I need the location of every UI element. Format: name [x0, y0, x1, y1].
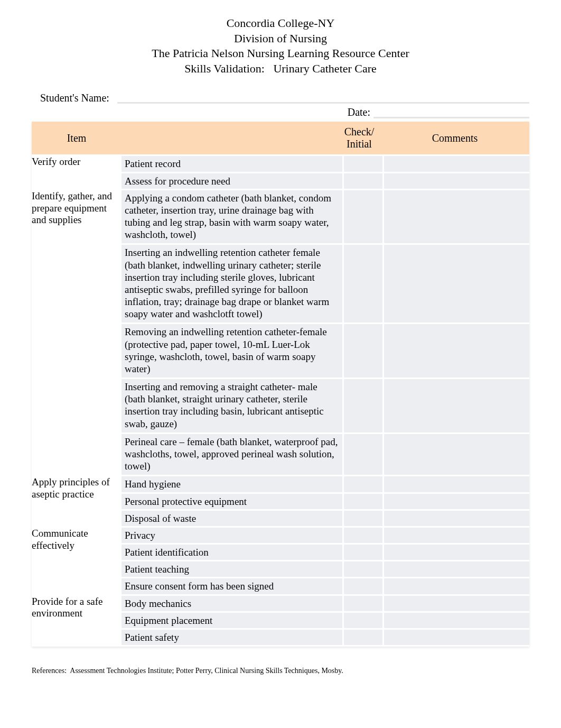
sub-row-text: Ensure consent form has been signed — [121, 578, 342, 595]
sub-row-text: Inserting an indwelling retention cathet… — [121, 245, 342, 324]
comments-cell[interactable] — [382, 434, 529, 477]
sub-row-text: Hand hygiene — [121, 476, 342, 493]
sub-row: Patient teaching — [121, 561, 529, 578]
sub-row: Privacy — [121, 528, 529, 545]
sub-row: Patient record — [121, 156, 529, 173]
comments-cell[interactable] — [382, 578, 529, 595]
comments-cell[interactable] — [382, 613, 529, 630]
sub-row: Ensure consent form has been signed — [121, 578, 529, 595]
sub-row: Body mechanics — [121, 596, 529, 613]
header-line-3: The Patricia Nelson Nursing Learning Res… — [32, 46, 529, 61]
sub-row: Perineal care – female (bath blanket, wa… — [121, 434, 529, 477]
check-initial-cell[interactable] — [342, 511, 382, 528]
sub-row-text: Body mechanics — [121, 596, 342, 613]
check-initial-cell[interactable] — [342, 245, 382, 324]
student-name-input[interactable] — [117, 92, 529, 104]
references-text: Assessment Technologies Institute; Potte… — [70, 667, 343, 675]
sub-row-text: Patient identification — [121, 545, 342, 561]
comments-cell[interactable] — [382, 545, 529, 561]
col-comments: Comments — [380, 122, 529, 156]
header-line-2: Division of Nursing — [32, 31, 529, 47]
table-row: Provide for a safe environmentBody mecha… — [32, 596, 529, 647]
table-row: Identify, gather, and prepare equipment … — [32, 190, 529, 477]
sub-row-text: Assess for procedure need — [121, 173, 342, 190]
comments-cell[interactable] — [382, 173, 529, 190]
header-line-1: Concordia College-NY — [32, 16, 529, 31]
sub-row-text: Patient teaching — [121, 561, 342, 578]
check-initial-cell[interactable] — [342, 596, 382, 613]
comments-cell[interactable] — [382, 245, 529, 324]
sub-row: Removing an indwelling retention cathete… — [121, 324, 529, 379]
item-cell: Communicate effectively — [32, 528, 121, 596]
sub-row-text: Patient safety — [121, 630, 342, 647]
check-initial-cell[interactable] — [342, 434, 382, 477]
check-initial-cell[interactable] — [342, 494, 382, 511]
col-desc — [121, 122, 338, 156]
check-initial-cell[interactable] — [342, 545, 382, 561]
sub-row: Disposal of waste — [121, 511, 529, 528]
item-cell: Identify, gather, and prepare equipment … — [32, 190, 121, 477]
subrows-cell: Applying a condom catheter (bath blanket… — [121, 190, 529, 477]
table-row: Verify orderPatient recordAssess for pro… — [32, 156, 529, 190]
subrows-cell: Hand hygienePersonal protective equipmen… — [121, 476, 529, 528]
comments-cell[interactable] — [382, 494, 529, 511]
sub-row: Assess for procedure need — [121, 173, 529, 190]
comments-cell[interactable] — [382, 511, 529, 528]
comments-cell[interactable] — [382, 190, 529, 245]
comments-cell[interactable] — [382, 596, 529, 613]
references-label: References: — [32, 667, 67, 675]
check-initial-cell[interactable] — [342, 324, 382, 379]
check-initial-cell[interactable] — [342, 630, 382, 647]
header-subject: Urinary Catheter Care — [273, 62, 376, 75]
subrows-cell: Patient recordAssess for procedure need — [121, 156, 529, 190]
table-header-row: Item Check/ Initial Comments — [32, 122, 529, 156]
header-prefix: Skills Validation: — [184, 62, 265, 75]
table-row: Apply principles of aseptic practiceHand… — [32, 476, 529, 528]
sub-row-text: Patient record — [121, 156, 342, 173]
item-cell: Apply principles of aseptic practice — [32, 476, 121, 528]
comments-cell[interactable] — [382, 156, 529, 173]
document-header: Concordia College-NY Division of Nursing… — [32, 16, 529, 76]
comments-cell[interactable] — [382, 528, 529, 545]
subrows-cell: PrivacyPatient identificationPatient tea… — [121, 528, 529, 596]
comments-cell[interactable] — [382, 476, 529, 493]
sub-row: Personal protective equipment — [121, 494, 529, 511]
sub-row-text: Inserting and removing a straight cathet… — [121, 379, 342, 434]
sub-row-text: Disposal of waste — [121, 511, 342, 528]
subrows-cell: Body mechanicsEquipment placementPatient… — [121, 596, 529, 647]
header-line-4: Skills Validation: Urinary Catheter Care — [32, 61, 529, 77]
sub-row-text: Personal protective equipment — [121, 494, 342, 511]
student-name-label: Student's Name: — [40, 92, 117, 104]
comments-cell[interactable] — [382, 561, 529, 578]
date-label: Date: — [347, 106, 373, 118]
table-row: Communicate effectivelyPrivacyPatient id… — [32, 528, 529, 596]
comments-cell[interactable] — [382, 379, 529, 434]
comments-cell[interactable] — [382, 630, 529, 647]
sub-row: Patient safety — [121, 630, 529, 647]
sub-row: Hand hygiene — [121, 476, 529, 493]
check-initial-cell[interactable] — [342, 613, 382, 630]
sub-row-text: Perineal care – female (bath blanket, wa… — [121, 434, 342, 477]
check-initial-cell[interactable] — [342, 528, 382, 545]
check-initial-cell[interactable] — [342, 578, 382, 595]
item-cell: Verify order — [32, 156, 121, 190]
check-initial-cell[interactable] — [342, 476, 382, 493]
check-initial-cell[interactable] — [342, 561, 382, 578]
col-item: Item — [32, 122, 121, 156]
check-initial-cell[interactable] — [342, 190, 382, 245]
sub-row-text: Equipment placement — [121, 613, 342, 630]
form-fields: Student's Name: Date: — [40, 92, 529, 118]
check-initial-cell[interactable] — [342, 379, 382, 434]
skills-table: Item Check/ Initial Comments Verify orde… — [32, 122, 529, 647]
check-initial-cell[interactable] — [342, 156, 382, 173]
check-initial-cell[interactable] — [342, 173, 382, 190]
comments-cell[interactable] — [382, 324, 529, 379]
date-input[interactable] — [373, 107, 529, 118]
sub-row: Applying a condom catheter (bath blanket… — [121, 190, 529, 245]
sub-row-text: Privacy — [121, 528, 342, 545]
col-check: Check/ Initial — [338, 122, 380, 156]
sub-row-text: Removing an indwelling retention cathete… — [121, 324, 342, 379]
sub-row: Inserting and removing a straight cathet… — [121, 379, 529, 434]
item-cell: Provide for a safe environment — [32, 596, 121, 647]
sub-row: Patient identification — [121, 545, 529, 561]
